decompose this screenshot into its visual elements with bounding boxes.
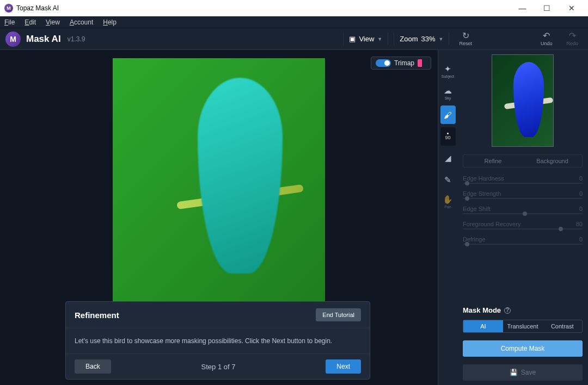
slider-value: 0 <box>579 190 583 197</box>
mode-translucent[interactable]: Translucent <box>503 320 543 332</box>
end-tutorial-button[interactable]: End Tutorial <box>316 308 361 321</box>
zoom-value: 33% <box>421 35 436 43</box>
mask-mode-label: Mask Mode ? <box>463 306 583 314</box>
slider-label: Foreground Recovery <box>463 221 520 227</box>
menu-edit[interactable]: Edit <box>24 18 36 26</box>
tutorial-back-button[interactable]: Back <box>75 359 111 374</box>
tutorial-body: Let's use this bird to showcase more mas… <box>66 328 370 353</box>
menu-file[interactable]: File <box>4 18 15 26</box>
reset-label: Reset <box>459 41 472 46</box>
window-title: Topaz Mask AI <box>16 4 510 12</box>
canvas-image[interactable] <box>113 58 325 303</box>
tool-fill[interactable]: ◢ <box>440 149 456 167</box>
redo-icon: ↷ <box>569 32 576 40</box>
zoom-dropdown[interactable]: Zoom 33% ▼ <box>394 33 449 45</box>
zoom-label: Zoom <box>400 35 418 43</box>
redo-button[interactable]: ↷ Redo <box>562 32 583 46</box>
tool-brush[interactable]: 🖌 <box>440 105 456 124</box>
mask-mode-group: AI Translucent Contrast <box>463 320 583 333</box>
mode-ai[interactable]: AI <box>463 320 503 332</box>
slider-label: Edge Strength <box>463 190 501 197</box>
sky-icon: ☁ <box>444 86 452 96</box>
app-icon: M <box>4 4 13 13</box>
info-icon[interactable]: ? <box>504 307 511 314</box>
tab-refine[interactable]: Refine <box>463 155 523 167</box>
slider-edge-shift[interactable]: Edge Shift0 <box>463 206 583 214</box>
tool-brush-size[interactable]: 90 <box>440 127 456 146</box>
menu-view[interactable]: View <box>46 18 60 26</box>
chevron-down-icon: ▼ <box>377 36 382 42</box>
tool-pan[interactable]: ✋ Pan <box>440 192 456 211</box>
eyedropper-icon: ✎ <box>444 175 451 185</box>
tool-sky[interactable]: ☁ Sky <box>440 84 456 102</box>
tool-strip: ✦ Subject ☁ Sky 🖌 90 ◢ ✎ ✋ Pan <box>438 50 457 385</box>
save-label: Save <box>521 369 536 376</box>
app-logo: M <box>5 32 21 47</box>
slider-value: 0 <box>579 236 583 243</box>
app-version: v1.3.9 <box>68 35 85 43</box>
trimap-switch[interactable] <box>376 59 391 67</box>
bird-shape <box>198 78 283 274</box>
bucket-icon: ◢ <box>445 153 451 163</box>
tutorial-title: Refinement <box>75 311 119 320</box>
view-icon: ▣ <box>349 35 356 43</box>
view-label: View <box>359 35 374 43</box>
brush-icon: 🖌 <box>444 110 452 120</box>
tool-eyedropper[interactable]: ✎ <box>440 171 456 189</box>
tool-pan-label: Pan <box>444 205 451 209</box>
undo-button[interactable]: ↶ Undo <box>536 32 557 46</box>
slider-label: Edge Hardness <box>463 175 504 182</box>
save-icon: 💾 <box>510 369 518 376</box>
reset-icon: ↻ <box>462 32 469 40</box>
tutorial-step: Step 1 of 7 <box>201 363 236 371</box>
menu-help[interactable]: Help <box>103 18 117 26</box>
menu-account[interactable]: Account <box>70 18 93 26</box>
maximize-button[interactable]: ☐ <box>535 0 559 16</box>
tool-sky-label: Sky <box>445 96 451 100</box>
trimap-palette-icon[interactable] <box>418 59 426 67</box>
minimize-button[interactable]: — <box>510 0 535 16</box>
tutorial-next-button[interactable]: Next <box>326 359 361 374</box>
brush-size-value: 90 <box>445 135 450 140</box>
slider-value: 0 <box>579 206 583 212</box>
subject-icon: ✦ <box>444 64 451 74</box>
view-dropdown[interactable]: ▣ View ▼ <box>343 33 388 45</box>
tutorial-panel: Refinement End Tutorial Let's use this b… <box>65 301 370 380</box>
save-button[interactable]: 💾 Save <box>463 364 583 381</box>
app-header: M Mask AI v1.3.9 ▣ View ▼ Zoom 33% ▼ ↻ R… <box>0 28 588 50</box>
close-button[interactable]: ✕ <box>559 0 584 16</box>
preview-thumbnail[interactable] <box>492 54 554 147</box>
pan-icon: ✋ <box>443 195 453 204</box>
slider-value: 80 <box>576 221 583 227</box>
redo-label: Redo <box>566 41 578 46</box>
tool-subject-label: Subject <box>442 74 454 78</box>
tab-background[interactable]: Background <box>523 155 582 167</box>
slider-foreground-recovery[interactable]: Foreground Recovery80 <box>463 221 583 229</box>
panel-tabs: Refine Background <box>463 154 583 167</box>
mode-contrast[interactable]: Contrast <box>542 320 582 332</box>
trimap-label: Trimap <box>394 59 414 67</box>
tool-subject[interactable]: ✦ Subject <box>440 62 456 80</box>
titlebar: M Topaz Mask AI — ☐ ✕ <box>0 0 588 16</box>
canvas-area[interactable]: Trimap Refinement End Tutorial Let's use… <box>0 50 438 385</box>
slider-defringe[interactable]: Defringe0 <box>463 236 583 245</box>
brush-dot-icon <box>447 133 449 134</box>
compute-mask-button[interactable]: Compute Mask <box>463 340 583 357</box>
menubar: File Edit View Account Help <box>0 16 588 28</box>
preview-bird <box>513 62 544 137</box>
slider-edge-hardness[interactable]: Edge Hardness0 <box>463 175 583 184</box>
undo-icon: ↶ <box>543 32 550 40</box>
slider-value: 0 <box>579 175 583 182</box>
sliders-group: Edge Hardness0 Edge Strength0 Edge Shift… <box>463 175 583 245</box>
reset-button[interactable]: ↻ Reset <box>455 32 476 46</box>
chevron-down-icon: ▼ <box>439 36 444 42</box>
app-name: Mask AI <box>26 34 61 45</box>
slider-edge-strength[interactable]: Edge Strength0 <box>463 190 583 199</box>
undo-label: Undo <box>541 41 553 46</box>
right-panel: Refine Background Edge Hardness0 Edge St… <box>457 50 588 385</box>
trimap-toggle[interactable]: Trimap <box>371 57 431 70</box>
slider-label: Edge Shift <box>463 206 491 212</box>
